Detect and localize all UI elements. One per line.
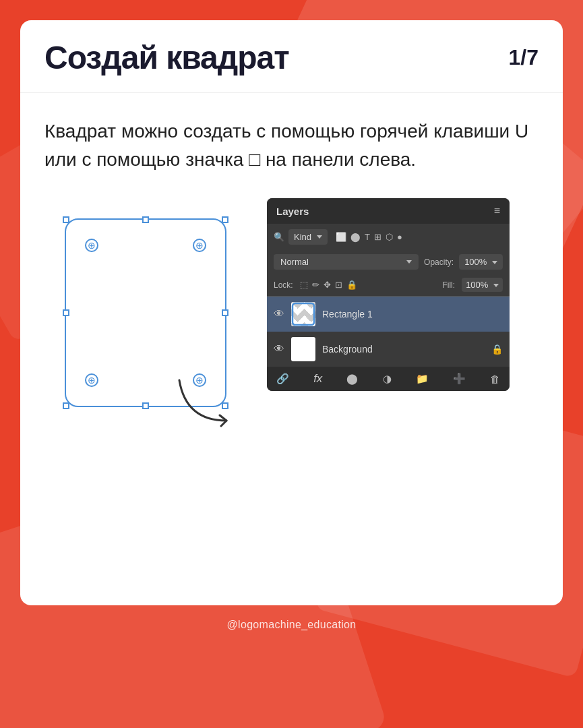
toolbar-delete-icon[interactable]: 🗑 xyxy=(490,373,500,385)
blend-chevron xyxy=(406,260,412,264)
kind-icon-image[interactable]: ⬜ xyxy=(336,232,346,242)
handle-mid-left xyxy=(63,309,69,316)
svg-rect-0 xyxy=(293,303,314,325)
blend-mode-value: Normal xyxy=(280,257,309,267)
footer-handle: @logomachine_education xyxy=(227,619,357,630)
main-card: Квадрат можно создать с помощью горячей … xyxy=(20,93,563,605)
kind-chevron xyxy=(317,235,322,239)
layer-thumb-pattern xyxy=(291,302,315,326)
lock-icon-all[interactable]: 🔒 xyxy=(346,280,357,290)
lock-icon-pixels[interactable]: ⬚ xyxy=(300,280,308,290)
toolbar-link-icon[interactable]: 🔗 xyxy=(276,373,289,385)
lock-label: Lock: xyxy=(274,280,293,290)
description-text: Квадрат можно создать с помощью горячей … xyxy=(44,117,539,174)
toolbar-new-layer-icon[interactable]: ➕ xyxy=(453,373,466,385)
layer-row-background[interactable]: 👁 Background 🔒 xyxy=(267,332,510,367)
opacity-value[interactable]: 100% xyxy=(459,254,503,270)
layer-name-rectangle: Rectangle 1 xyxy=(322,309,503,320)
circle-handle-tr xyxy=(193,239,206,252)
handle-bottom-left xyxy=(63,402,69,409)
kind-icon-text[interactable]: T xyxy=(365,232,370,242)
layer-row-rectangle[interactable]: 👁 Rectangle 1 xyxy=(267,297,510,332)
handle-bottom-center xyxy=(142,402,149,409)
header: Создай квадрат 1/7 xyxy=(20,20,563,93)
layers-search-row: 🔍 Kind ⬜ ⬤ T ⊞ ⬡ ● xyxy=(267,224,510,250)
lock-icon-brush[interactable]: ✏ xyxy=(312,280,319,290)
handle-mid-right xyxy=(222,309,228,316)
layers-blend-row: Normal Opacity: 100% xyxy=(267,250,510,274)
layer-thumb-white-fill xyxy=(291,337,315,361)
arrow-curve xyxy=(173,373,240,427)
search-icon: 🔍 xyxy=(274,232,284,242)
kind-dropdown[interactable]: Kind xyxy=(288,229,328,245)
layer-thumb-rectangle xyxy=(291,302,315,326)
lock-icon-artboard[interactable]: ⊡ xyxy=(335,280,342,290)
layers-title: Layers xyxy=(276,206,309,217)
fill-chevron xyxy=(493,284,499,287)
lock-icons: ⬚ ✏ ✥ ⊡ 🔒 xyxy=(300,280,436,290)
circle-handle-tl xyxy=(85,239,98,252)
layer-eye-background[interactable]: 👁 xyxy=(274,343,284,355)
kind-label: Kind xyxy=(294,232,311,242)
lock-icon-move[interactable]: ✥ xyxy=(324,280,331,290)
fill-value[interactable]: 100% xyxy=(462,278,503,292)
kind-icon-rect[interactable]: ⊞ xyxy=(374,232,381,242)
opacity-chevron xyxy=(492,261,497,264)
layer-lock-background: 🔒 xyxy=(491,344,503,355)
toolbar-folder-icon[interactable]: 📁 xyxy=(416,373,429,385)
page-indicator: 1/7 xyxy=(509,45,539,70)
layers-menu-icon[interactable]: ≡ xyxy=(494,205,500,217)
kind-icon-dot[interactable]: ● xyxy=(397,232,402,242)
layers-lock-row: Lock: ⬚ ✏ ✥ ⊡ 🔒 Fill: 100% xyxy=(267,274,510,297)
fill-label: Fill: xyxy=(442,280,455,290)
toolbar-mask-icon[interactable]: ⬤ xyxy=(346,373,358,385)
layers-panel-header: Layers ≡ xyxy=(267,198,510,224)
page-title: Создай квадрат xyxy=(44,39,289,76)
layer-thumb-background xyxy=(291,337,315,361)
content-area: Layers ≡ 🔍 Kind ⬜ ⬤ T ⊞ ⬡ ● xyxy=(44,198,539,427)
layer-name-background: Background xyxy=(322,344,485,355)
toolbar-fx-icon[interactable]: fx xyxy=(313,372,322,386)
canvas-area xyxy=(44,198,253,427)
handle-top-left xyxy=(63,216,69,223)
toolbar-adjustment-icon[interactable]: ◑ xyxy=(383,373,392,385)
kind-icon-smartobj[interactable]: ⬡ xyxy=(386,232,393,242)
layers-toolbar: 🔗 fx ⬤ ◑ 📁 ➕ 🗑 xyxy=(267,367,510,391)
kind-icon-circle[interactable]: ⬤ xyxy=(350,232,361,242)
layers-panel: Layers ≡ 🔍 Kind ⬜ ⬤ T ⊞ ⬡ ● xyxy=(267,198,510,391)
circle-handle-bl xyxy=(85,373,98,387)
layer-eye-rectangle[interactable]: 👁 xyxy=(274,308,284,320)
kind-icons: ⬜ ⬤ T ⊞ ⬡ ● xyxy=(336,232,402,242)
opacity-label: Opacity: xyxy=(424,257,454,267)
footer: @logomachine_education xyxy=(0,605,583,644)
blend-mode-dropdown[interactable]: Normal xyxy=(274,254,419,270)
handle-top-center xyxy=(142,216,149,223)
handle-top-right xyxy=(222,216,228,223)
